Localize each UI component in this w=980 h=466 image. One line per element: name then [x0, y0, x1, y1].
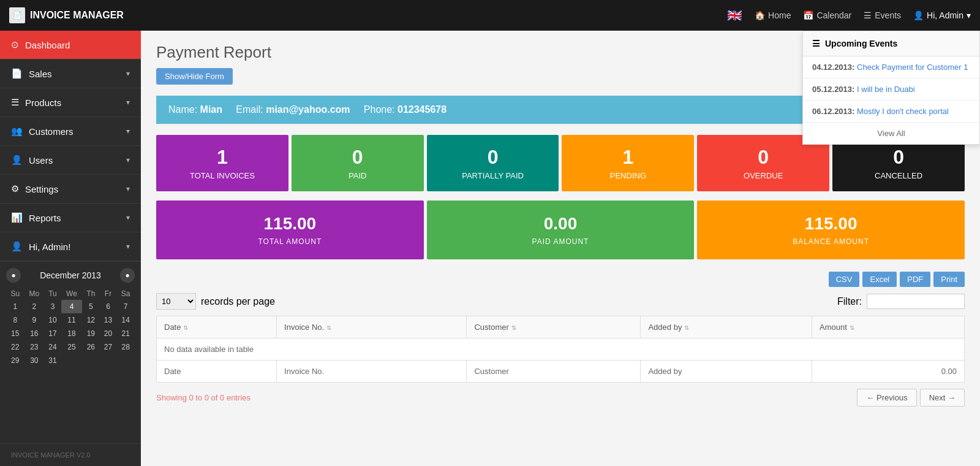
col-header-amount[interactable]: Amount⇅ [812, 316, 965, 338]
export-pdf-button[interactable]: PDF [900, 272, 930, 287]
calendar-day [116, 354, 135, 367]
calendar-day[interactable]: 7 [116, 300, 135, 313]
sidebar-label-dashboard: Dashboard [25, 40, 70, 50]
customers-icon: 👥 [11, 126, 23, 137]
calendar-day[interactable]: 2 [24, 300, 44, 313]
navbar-links: 🏠 Home 📅 Calendar ☰ Events 👤 Hi, Admin ▾ [755, 10, 971, 20]
amount-card-balance-amount: 115.00BALANCE AMOUNT [697, 201, 965, 259]
calendar-day[interactable]: 23 [24, 340, 44, 354]
calendar-day[interactable]: 21 [116, 327, 135, 340]
calendar-day[interactable]: 6 [100, 300, 117, 313]
sidebar-item-products[interactable]: ☰ Products ▾ [0, 88, 141, 117]
calendar-day[interactable]: 28 [116, 340, 135, 354]
calendar-day[interactable]: 24 [44, 340, 61, 354]
dropdown-header: ☰ Upcoming Events [803, 31, 979, 56]
calendar-day[interactable]: 1 [6, 300, 24, 313]
calendar-day[interactable]: 19 [82, 327, 100, 340]
calendar-day[interactable]: 29 [6, 354, 24, 367]
main-content: ☰ Upcoming Events 04.12.2013: Check Paym… [141, 31, 980, 466]
sidebar-item-left-admin: 👤 Hi, Admin! [11, 241, 70, 252]
cal-day-header: Th [82, 288, 100, 300]
sidebar-item-reports[interactable]: 📊 Reports ▾ [0, 204, 141, 232]
col-header-added-by[interactable]: Added by⇅ [641, 316, 812, 338]
calendar-day[interactable]: 14 [116, 313, 135, 327]
sidebar-item-users[interactable]: 👤 Users ▾ [0, 146, 141, 175]
events-link[interactable]: ☰ Events [864, 10, 901, 20]
calendar-day[interactable]: 5 [82, 300, 100, 313]
events-icon: ☰ [864, 10, 872, 20]
filter-input[interactable] [867, 294, 965, 309]
stat-number: 0 [703, 146, 823, 169]
event-desc: Check Payment for Customer 1 [857, 63, 968, 72]
calendar-day[interactable]: 16 [24, 327, 44, 340]
calendar-day[interactable]: 30 [24, 354, 44, 367]
calendar-day[interactable]: 22 [6, 340, 24, 354]
sidebar-item-admin[interactable]: 👤 Hi, Admin! ▾ [0, 232, 141, 261]
sidebar-label-sales: Sales [29, 69, 52, 79]
records-control: 10 25 50 100 records per page Filter: [156, 293, 965, 310]
calendar-day[interactable]: 13 [100, 313, 117, 327]
chevron-icon-sales: ▾ [126, 69, 130, 78]
export-print-button[interactable]: Print [933, 272, 965, 287]
users-icon: 👤 [11, 155, 23, 166]
sidebar-label-admin: Hi, Admin! [29, 242, 70, 252]
export-csv-button[interactable]: CSV [829, 272, 860, 287]
calendar-day[interactable]: 3 [44, 300, 61, 313]
export-excel-button[interactable]: Excel [862, 272, 897, 287]
calendar-day[interactable]: 12 [82, 313, 100, 327]
user-icon: 👤 [913, 10, 924, 20]
calendar-day[interactable]: 18 [61, 327, 82, 340]
stat-number: 1 [568, 146, 688, 169]
sidebar-label-customers: Customers [29, 126, 74, 137]
calendar-prev-button[interactable]: ● [6, 268, 21, 283]
calendar-day[interactable]: 31 [44, 354, 61, 367]
calendar-day[interactable]: 26 [82, 340, 100, 354]
customer-name: Mian [200, 104, 222, 115]
calendar-day[interactable]: 10 [44, 313, 61, 327]
calendar-day[interactable]: 25 [61, 340, 82, 354]
products-icon: ☰ [11, 97, 19, 108]
calendar-day[interactable]: 8 [6, 313, 24, 327]
col-header-customer[interactable]: Customer⇅ [467, 316, 641, 338]
sidebar-item-settings[interactable]: ⚙ Settings ▾ [0, 175, 141, 204]
calendar-next-button[interactable]: ● [120, 268, 135, 283]
sidebar-calendar: ● December 2013 ● SuMoTuWeThFrSa 1234567… [0, 261, 141, 373]
name-label: Name: [168, 104, 197, 115]
show-form-button[interactable]: Show/Hide Form [156, 68, 233, 85]
calendar-day[interactable]: 9 [24, 313, 44, 327]
events-dropdown: ☰ Upcoming Events 04.12.2013: Check Paym… [802, 31, 980, 145]
calendar-link[interactable]: 📅 Calendar [803, 10, 851, 20]
calendar-day[interactable]: 4 [61, 300, 82, 313]
amount-value: 0.00 [433, 214, 688, 234]
sidebar-label-reports: Reports [29, 213, 61, 223]
calendar-day [82, 354, 100, 367]
stat-number: 1 [162, 146, 282, 169]
amount-card-paid-amount: 0.00PAID AMOUNT [427, 201, 695, 259]
brand-icon: 📄 [9, 7, 25, 23]
col-header-date[interactable]: Date⇅ [157, 316, 277, 338]
showing-text: Showing 0 to 0 of 0 entries [156, 393, 251, 402]
view-all-link[interactable]: View All [803, 123, 979, 144]
chevron-icon-admin: ▾ [126, 242, 130, 251]
sidebar-item-dashboard[interactable]: ⊙ Dashboard [0, 31, 141, 59]
home-link[interactable]: 🏠 Home [755, 10, 791, 20]
calendar-day[interactable]: 17 [44, 327, 61, 340]
previous-button[interactable]: ← Previous [857, 389, 916, 407]
footer-col-1: Invoice No. [277, 361, 467, 383]
calendar-header: ● December 2013 ● [6, 268, 135, 283]
sidebar-item-sales[interactable]: 📄 Sales ▾ [0, 59, 141, 88]
calendar-day[interactable]: 11 [61, 313, 82, 327]
amount-card-total-amount: 115.00TOTAL AMOUNT [156, 201, 424, 259]
export-buttons: CSVExcelPDFPrint [829, 272, 965, 287]
calendar-day[interactable]: 27 [100, 340, 117, 354]
brand-name: INVOICE MANAGER [30, 10, 124, 21]
sidebar-item-left-sales: 📄 Sales [11, 68, 52, 79]
calendar-day[interactable]: 20 [100, 327, 117, 340]
admin-link[interactable]: 👤 Hi, Admin ▾ [913, 10, 971, 20]
next-button[interactable]: Next → [920, 389, 965, 407]
records-per-page-select[interactable]: 10 25 50 100 [156, 293, 196, 310]
footer-col-3: Added by [641, 361, 812, 383]
calendar-day[interactable]: 15 [6, 327, 24, 340]
sidebar-item-customers[interactable]: 👥 Customers ▾ [0, 117, 141, 146]
col-header-invoice-no.[interactable]: Invoice No.⇅ [277, 316, 467, 338]
